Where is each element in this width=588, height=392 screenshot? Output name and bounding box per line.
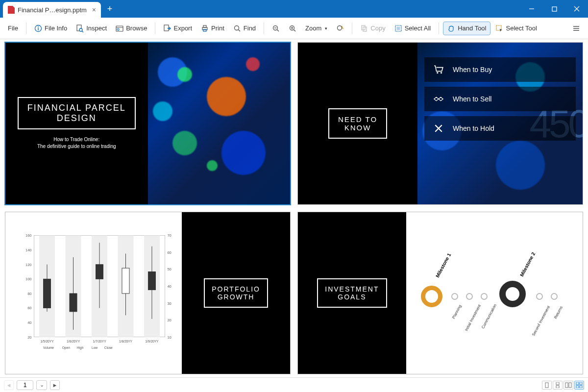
slide2-cards: When to Buy When to Sell When to Hold [417, 52, 583, 146]
milestone1-label: Milestone 1 [435, 252, 452, 278]
inspect-button[interactable]: Inspect [72, 22, 111, 35]
svg-text:20: 20 [27, 335, 31, 340]
svg-rect-80 [545, 383, 548, 388]
svg-text:Low: Low [92, 346, 98, 349]
file-menu[interactable]: File [4, 22, 22, 34]
hand-tool-button[interactable]: Hand Tool [443, 22, 490, 35]
page-dropdown[interactable]: ⌄ [36, 380, 47, 390]
svg-rect-65 [96, 265, 103, 279]
slide-thumbnail-1[interactable]: FINANCIAL PARCELDESIGN How to Trade Onli… [5, 42, 291, 205]
minimize-button[interactable] [520, 0, 543, 18]
svg-text:100: 100 [25, 277, 32, 281]
step-label: Initial Investment [464, 304, 482, 332]
next-page-button[interactable]: ► [50, 380, 60, 390]
close-tab-icon[interactable]: × [92, 6, 96, 14]
svg-rect-69 [122, 268, 129, 294]
svg-line-21 [277, 29, 279, 31]
step-dot [551, 293, 558, 300]
window-controls [520, 0, 588, 18]
step-label: Planning [451, 304, 463, 320]
svg-rect-88 [580, 386, 582, 388]
view-continuous-button[interactable] [553, 381, 563, 390]
svg-text:High: High [77, 346, 84, 350]
milestone2-ring [499, 281, 526, 307]
cart-icon [433, 64, 444, 75]
select-all-button[interactable]: Select All [391, 22, 435, 35]
svg-line-9 [82, 31, 83, 32]
zoom-reset-button[interactable] [332, 22, 348, 35]
maximize-button[interactable] [543, 0, 565, 18]
svg-text:70: 70 [167, 233, 171, 238]
step-label: Communication [481, 303, 497, 329]
milestone1-ring [421, 286, 442, 307]
zoom-menu[interactable]: Zoom▾ [301, 22, 331, 34]
browse-button[interactable]: Browse [112, 22, 151, 35]
menu-button[interactable] [568, 22, 584, 35]
slide-thumbnail-2[interactable]: NEED TO KNOW 450 When to Buy When to Sel… [297, 42, 583, 205]
view-twopage-button[interactable] [564, 381, 573, 390]
file-icon [8, 6, 15, 14]
slide4-title-box: INVESTMENT GOALS [317, 278, 387, 308]
page-number-field[interactable]: 1 [17, 380, 33, 390]
x-icon [433, 123, 444, 134]
find-button[interactable]: Find [229, 22, 260, 35]
slide2-title-area: NEED TO KNOW [298, 43, 417, 204]
separator [352, 23, 352, 34]
svg-point-17 [234, 25, 239, 30]
zoom-in-button[interactable] [285, 22, 300, 35]
slide1-title-box: FINANCIAL PARCELDESIGN [18, 97, 136, 129]
statusbar: ◄ 1 ⌄ ► [0, 377, 588, 392]
svg-rect-86 [580, 382, 582, 385]
svg-text:1/9/20YY: 1/9/20YY [145, 340, 159, 343]
separator [439, 23, 439, 34]
separator [155, 23, 155, 34]
step-dot [466, 293, 473, 300]
view-mode-buttons [542, 381, 584, 390]
prev-page-button[interactable]: ◄ [4, 380, 14, 390]
select-tool-button[interactable]: Select Tool [491, 22, 540, 35]
svg-text:50: 50 [167, 267, 171, 271]
svg-text:10: 10 [167, 335, 171, 340]
view-grid-button[interactable] [574, 381, 584, 390]
svg-rect-81 [556, 382, 559, 385]
slide4-diagram: Milestone 1 Milestone 2 Planning Initial… [406, 212, 583, 374]
svg-text:40: 40 [27, 320, 31, 325]
svg-rect-16 [203, 29, 206, 31]
document-tab[interactable]: Financial P…esign.pptm × [3, 2, 101, 18]
copy-button: Copy [356, 22, 389, 35]
slide2-image: 450 When to Buy When to Sell When to Hol… [417, 43, 583, 204]
new-tab-button[interactable]: + [101, 0, 119, 18]
svg-text:20: 20 [167, 318, 171, 322]
svg-point-26 [338, 25, 342, 30]
svg-text:Open: Open [62, 346, 70, 350]
svg-text:60: 60 [27, 306, 31, 310]
slide3-chart: 20406080100120140160102030405060701/5/20… [5, 212, 182, 374]
candlestick-chart: 20406080100120140160102030405060701/5/20… [20, 222, 177, 369]
svg-text:1/5/20YY: 1/5/20YY [40, 340, 54, 343]
zoom-out-button[interactable] [268, 22, 284, 35]
step-dot [451, 293, 458, 300]
svg-rect-83 [565, 383, 568, 388]
export-button[interactable]: Export [159, 22, 196, 35]
svg-line-25 [294, 29, 296, 31]
svg-line-18 [238, 29, 240, 31]
slide1-title-area: FINANCIAL PARCELDESIGN How to Trade Onli… [5, 43, 148, 204]
file-info-button[interactable]: File Info [30, 22, 71, 35]
svg-rect-30 [397, 27, 400, 30]
toolbar: File File Info Inspect Browse Export Pri… [0, 18, 588, 39]
svg-rect-15 [203, 25, 206, 27]
close-window-button[interactable] [565, 0, 588, 18]
slide-thumbnail-4[interactable]: INVESTMENT GOALS Milestone 1 Milestone 2… [297, 212, 583, 374]
svg-text:120: 120 [25, 263, 32, 267]
slide-grid[interactable]: FINANCIAL PARCELDESIGN How to Trade Onli… [0, 39, 588, 377]
print-button[interactable]: Print [197, 22, 228, 35]
slide3-title-area: PORTFOLIO GROWTH [182, 212, 290, 374]
svg-rect-13 [164, 25, 169, 31]
card-sell: When to Sell [424, 87, 576, 111]
chevron-down-icon: ▾ [325, 26, 327, 31]
svg-text:Close: Close [104, 346, 113, 349]
slide-thumbnail-3[interactable]: 20406080100120140160102030405060701/5/20… [5, 212, 291, 374]
view-single-button[interactable] [542, 381, 552, 390]
slide1-subtitle: How to Trade Online: The definitive guid… [37, 136, 116, 150]
svg-text:1/7/20YY: 1/7/20YY [93, 340, 106, 343]
